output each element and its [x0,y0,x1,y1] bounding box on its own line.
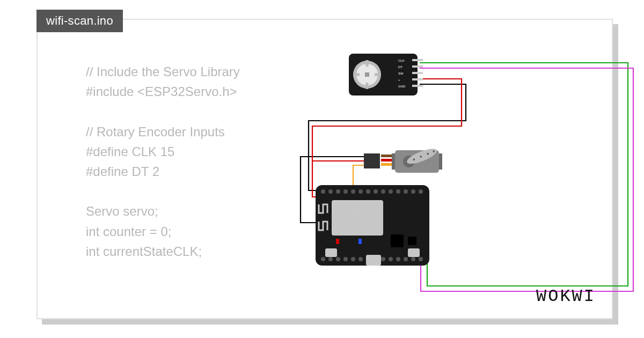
svg-point-40 [411,189,415,194]
wire-power-2 [312,161,316,197]
svg-point-38 [396,189,400,194]
rotary-encoder[interactable]: CLK DT SW + GND [349,54,423,95]
svg-rect-19 [439,153,442,170]
svg-rect-57 [336,239,339,244]
svg-point-54 [411,257,415,261]
file-tab[interactable]: wifi-scan.ino [36,10,123,32]
esp32-board[interactable]: ESP32 [316,185,429,266]
card: // Include the Servo Library #include <E… [36,19,613,319]
svg-rect-56 [332,200,383,236]
wire-clk [420,63,628,286]
svg-point-28 [321,189,325,194]
svg-point-39 [404,189,408,194]
svg-point-50 [381,257,385,261]
svg-point-37 [389,189,393,194]
svg-rect-12 [412,85,423,87]
svg-rect-63 [366,255,381,266]
svg-rect-60 [408,237,416,245]
svg-rect-18 [392,153,395,170]
wire-encoder-gnd [309,84,466,190]
svg-point-51 [389,257,393,261]
encoder-pin-gnd: GND [398,85,406,88]
svg-rect-13 [364,153,380,168]
wire-dt [420,68,633,291]
svg-rect-61 [325,248,337,257]
svg-point-31 [343,189,348,194]
encoder-pin-clk: CLK [398,59,405,62]
svg-point-43 [328,257,333,261]
svg-point-34 [366,189,370,194]
circuit-diagram: CLK DT SW + GND [268,46,644,314]
svg-point-33 [358,189,363,194]
svg-rect-15 [381,159,393,161]
wokwi-logo: WOKWI [536,286,596,306]
svg-point-55 [419,257,423,261]
chip-label: ESP32 [352,211,365,216]
svg-point-29 [328,189,333,194]
svg-point-32 [351,189,355,194]
svg-point-41 [419,189,423,194]
svg-point-42 [321,257,325,261]
svg-point-46 [351,257,355,261]
svg-rect-59 [391,234,404,247]
encoder-pin-vcc: + [398,78,400,82]
encoder-pin-dt: DT [398,65,402,69]
svg-point-30 [336,189,340,194]
svg-point-53 [404,257,408,261]
svg-rect-58 [358,239,362,244]
svg-point-44 [336,257,340,261]
svg-rect-62 [408,248,420,257]
svg-point-36 [381,189,385,194]
svg-rect-10 [412,72,423,74]
svg-rect-7 [365,72,369,77]
svg-point-47 [358,257,363,261]
svg-rect-9 [412,65,423,68]
svg-rect-14 [381,155,393,157]
servo[interactable] [364,146,442,173]
svg-point-45 [343,257,348,261]
svg-point-52 [396,257,400,261]
encoder-pin-sw: SW [398,72,404,75]
svg-rect-8 [412,59,423,61]
svg-rect-11 [412,78,423,80]
svg-rect-16 [381,163,393,166]
svg-point-35 [374,189,378,194]
